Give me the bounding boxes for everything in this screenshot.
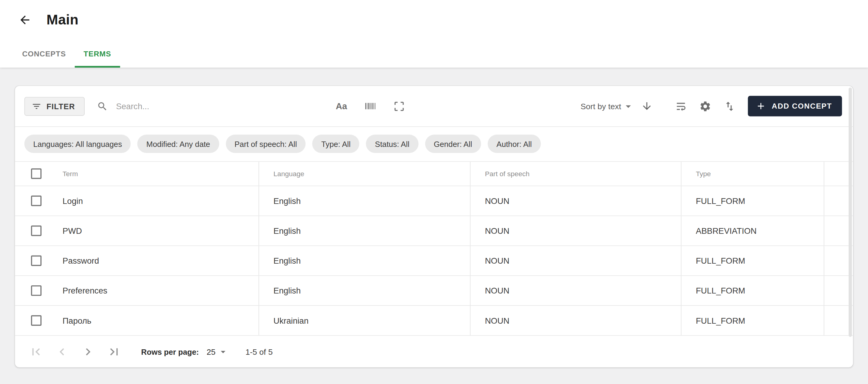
chip-type[interactable]: Type: All — [313, 135, 360, 153]
toolbar-right: Sort by text — [581, 96, 842, 116]
chip-status[interactable]: Status: All — [366, 135, 418, 153]
search-icon — [97, 100, 108, 112]
add-concept-button[interactable]: ADD CONCEPT — [748, 96, 842, 116]
last-page-button[interactable] — [107, 345, 121, 359]
barcode-view-button[interactable] — [364, 100, 376, 113]
dropdown-caret-icon — [622, 100, 634, 112]
term-cell: Login — [63, 186, 258, 215]
frame-select-icon — [393, 100, 405, 112]
term-cell: Preferences — [63, 276, 258, 305]
last-page-icon — [107, 345, 121, 359]
chip-modified[interactable]: Modified: Any date — [137, 135, 219, 153]
barcode-icon — [364, 100, 376, 113]
dropdown-caret-icon — [218, 346, 229, 357]
add-concept-label: ADD CONCEPT — [772, 102, 832, 110]
table-scrollbar[interactable] — [849, 87, 852, 337]
first-page-icon — [29, 345, 43, 359]
terms-card: FILTER Aa Sort by — [15, 86, 853, 367]
column-header-term: Term — [63, 162, 258, 185]
column-header-type: Type — [681, 162, 824, 185]
tab-bar: CONCEPTS TERMS — [13, 50, 868, 67]
row-checkbox-cell — [15, 246, 63, 275]
language-cell: Ukrainian — [258, 306, 470, 335]
terms-table: Term Language Part of speech Type Login … — [15, 162, 853, 336]
column-header-language: Language — [258, 162, 470, 185]
chip-part-of-speech[interactable]: Part of speech: All — [226, 135, 306, 153]
plus-icon — [755, 101, 766, 111]
row-checkbox[interactable] — [31, 315, 41, 326]
wrap-text-button[interactable] — [675, 100, 687, 112]
row-checkbox-cell — [15, 306, 63, 335]
chip-gender[interactable]: Gender: All — [425, 135, 481, 153]
row-checkbox[interactable] — [31, 196, 41, 206]
type-cell: FULL_FORM — [681, 276, 824, 305]
rows-per-page-value: 25 — [207, 347, 216, 356]
back-button[interactable] — [18, 12, 32, 27]
row-checkbox[interactable] — [31, 226, 41, 236]
part-of-speech-cell: NOUN — [470, 306, 681, 335]
sort-by-select[interactable]: Sort by text — [581, 100, 634, 112]
filter-button[interactable]: FILTER — [24, 97, 84, 116]
part-of-speech-cell: NOUN — [470, 186, 681, 215]
tab-concepts-label: CONCEPTS — [22, 50, 66, 58]
row-checkbox[interactable] — [31, 285, 41, 296]
row-checkbox-cell — [15, 276, 63, 305]
language-cell: English — [258, 186, 470, 215]
previous-page-button[interactable] — [55, 345, 69, 359]
part-of-speech-cell: NOUN — [470, 246, 681, 275]
next-page-button[interactable] — [81, 345, 95, 359]
swap-vertical-icon — [724, 100, 736, 112]
terminology-page: Main CONCEPTS TERMS FILTER — [0, 0, 868, 384]
table-row[interactable]: Preferences English NOUN FULL_FORM — [15, 276, 853, 306]
sort-by-label: Sort by text — [581, 102, 621, 110]
search-input[interactable] — [116, 101, 318, 111]
table-footer: Rows per page: 25 1-5 of 5 — [15, 336, 853, 367]
tab-concepts[interactable]: CONCEPTS — [13, 50, 75, 67]
swap-order-button[interactable] — [724, 100, 736, 112]
filter-chip-row: Languages: All languages Modified: Any d… — [15, 127, 853, 162]
wrap-text-icon — [675, 100, 687, 112]
chip-languages[interactable]: Languages: All languages — [24, 135, 131, 153]
first-page-button[interactable] — [29, 345, 43, 359]
select-all-checkbox[interactable] — [31, 168, 41, 179]
table-row[interactable]: Login English NOUN FULL_FORM — [15, 186, 853, 216]
toolbar: FILTER Aa Sort by — [15, 86, 853, 127]
filter-icon — [32, 101, 41, 111]
type-cell: FULL_FORM — [681, 186, 824, 215]
back-arrow-icon — [19, 13, 32, 26]
page-header: Main CONCEPTS TERMS — [0, 0, 868, 67]
table-row[interactable]: Пароль Ukrainian NOUN FULL_FORM — [15, 306, 853, 336]
language-cell: English — [258, 246, 470, 275]
table-row[interactable]: Password English NOUN FULL_FORM — [15, 246, 853, 276]
rows-per-page-label: Rows per page: — [141, 347, 198, 356]
chip-author[interactable]: Author: All — [488, 135, 541, 153]
term-cell: PWD — [63, 216, 258, 245]
arrow-down-icon — [641, 100, 653, 112]
column-header-part-of-speech: Part of speech — [470, 162, 681, 185]
pagination-range: 1-5 of 5 — [245, 347, 273, 356]
gear-icon — [699, 100, 711, 112]
part-of-speech-cell: NOUN — [470, 276, 681, 305]
chevron-right-icon — [81, 345, 95, 359]
table-header-row: Term Language Part of speech Type — [15, 162, 853, 186]
page-title: Main — [46, 12, 79, 28]
toolbar-icon-cluster — [675, 100, 736, 112]
title-row: Main — [0, 0, 868, 28]
settings-button[interactable] — [699, 100, 711, 112]
header-checkbox-cell — [15, 162, 63, 185]
view-toggle-group: Aa — [336, 100, 405, 113]
main-content: FILTER Aa Sort by — [0, 67, 868, 367]
case-sensitivity-toggle[interactable]: Aa — [336, 101, 347, 111]
table-row[interactable]: PWD English NOUN ABBREVIATION — [15, 216, 853, 246]
part-of-speech-cell: NOUN — [470, 216, 681, 245]
sort-direction-button[interactable] — [641, 100, 653, 112]
type-cell: ABBREVIATION — [681, 216, 824, 245]
type-cell: FULL_FORM — [681, 306, 824, 335]
chevron-left-icon — [55, 345, 69, 359]
rows-per-page-select[interactable]: 25 — [207, 346, 229, 357]
pagination-controls — [29, 345, 121, 359]
row-checkbox[interactable] — [31, 256, 41, 266]
frame-select-button[interactable] — [393, 100, 405, 112]
tab-terms[interactable]: TERMS — [75, 50, 120, 67]
language-cell: English — [258, 216, 470, 245]
